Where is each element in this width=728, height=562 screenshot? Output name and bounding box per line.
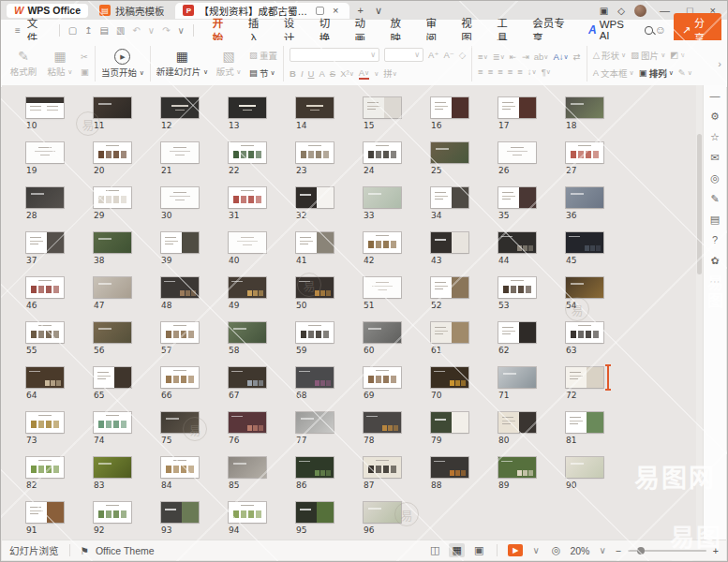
shrink-font-button[interactable]: A⁻	[443, 50, 453, 60]
fit-screen-icon[interactable]: ◎	[549, 543, 564, 557]
slide-thumbnail[interactable]	[498, 187, 536, 208]
phonetic-button[interactable]: 拼∨	[383, 67, 397, 80]
help-icon[interactable]: ?	[712, 235, 718, 245]
slide-thumbnail[interactable]	[229, 142, 266, 163]
slide-thumbnail[interactable]	[296, 322, 334, 343]
slide-thumbnail[interactable]	[364, 232, 401, 253]
layout-button[interactable]: ▧ 版式 ∨	[213, 50, 245, 78]
zoom-in-button[interactable]: +	[713, 545, 719, 556]
slide-thumbnail[interactable]	[296, 412, 334, 433]
slide-thumbnail[interactable]	[26, 457, 64, 478]
slide-thumbnail[interactable]	[161, 277, 199, 298]
slide-thumbnail[interactable]	[498, 232, 536, 253]
slide-thumbnail[interactable]	[161, 412, 199, 433]
slide-thumbnail[interactable]	[498, 277, 536, 298]
skin-theme-icon[interactable]: ✿	[710, 256, 719, 266]
convert-button[interactable]: ⇄	[573, 52, 581, 62]
slide-thumbnail[interactable]	[431, 232, 468, 253]
arrange-button[interactable]: ▣排列∨	[639, 67, 674, 80]
doc-tab-template[interactable]: ▤ 找稿壳模板	[92, 3, 172, 18]
zoom-slider-knob[interactable]	[637, 547, 645, 555]
slide-thumbnail[interactable]	[296, 232, 334, 253]
slide-thumbnail[interactable]	[161, 367, 199, 388]
font-color-button[interactable]: A∨	[359, 67, 369, 80]
bullets-button[interactable]: ≡∨	[478, 52, 488, 62]
slide-thumbnail[interactable]	[364, 187, 401, 208]
slide-thumbnail[interactable]	[26, 502, 64, 523]
paste-button[interactable]: ▦ 粘贴 ∨	[44, 50, 76, 78]
slide-thumbnail[interactable]	[229, 277, 266, 298]
bold-button[interactable]: B	[290, 68, 296, 79]
new-slide-button[interactable]: ▦ 新建幻灯片 ∨	[156, 50, 208, 78]
align-right-button[interactable]: ≡	[498, 67, 503, 77]
slide-thumbnail[interactable]	[431, 142, 468, 163]
font-name-select[interactable]: ∨	[290, 48, 379, 62]
slide-thumbnail[interactable]	[296, 187, 334, 208]
slide-thumbnail[interactable]	[296, 97, 334, 118]
slide-thumbnail[interactable]	[94, 277, 131, 298]
slide-thumbnail[interactable]	[26, 277, 64, 298]
clear-format-button[interactable]: ◇	[459, 50, 466, 60]
slide-thumbnail[interactable]	[26, 187, 64, 208]
slide-thumbnail[interactable]	[431, 97, 468, 118]
slide-thumbnail[interactable]	[296, 142, 334, 163]
text-direction-button[interactable]: A↓∨	[553, 52, 568, 62]
font-size-select[interactable]: ∨	[384, 48, 423, 62]
slide-thumbnail[interactable]	[566, 277, 603, 298]
slide-thumbnail[interactable]	[229, 187, 266, 208]
slide-thumbnail[interactable]	[26, 322, 64, 343]
slide-thumbnail[interactable]	[94, 322, 131, 343]
slide-thumbnail[interactable]	[364, 142, 401, 163]
slide-thumbnail[interactable]	[229, 502, 266, 523]
slide-thumbnail[interactable]	[566, 367, 603, 388]
split-view-icon[interactable]: ▣	[600, 6, 608, 16]
slide-thumbnail[interactable]	[566, 232, 603, 253]
undo-dropdown-icon[interactable]: ∨	[145, 25, 157, 36]
undo-icon[interactable]: ↶	[129, 25, 142, 36]
slide-thumbnail[interactable]	[161, 232, 199, 253]
slide-thumbnail[interactable]	[498, 97, 536, 118]
slide-thumbnail[interactable]	[161, 502, 199, 523]
slide-thumbnail[interactable]	[161, 457, 199, 478]
slide-thumbnail[interactable]	[364, 457, 401, 478]
slide-thumbnail[interactable]	[26, 232, 64, 253]
slide-thumbnail[interactable]	[566, 142, 603, 163]
italic-button[interactable]: I	[301, 68, 304, 79]
print-icon[interactable]: ▤	[97, 25, 111, 36]
slide-thumbnail[interactable]	[229, 412, 266, 433]
textbox-button[interactable]: A文本框∨	[593, 67, 634, 80]
slide-thumbnail[interactable]	[229, 97, 266, 118]
slide-thumbnail[interactable]	[94, 367, 131, 388]
paragraph-settings-button[interactable]: ¶∨	[542, 67, 551, 77]
slide-thumbnail[interactable]	[296, 457, 334, 478]
slide-thumbnail[interactable]	[161, 97, 199, 118]
justify-button[interactable]: ≡	[508, 67, 513, 77]
cut-button[interactable]: ✂	[81, 52, 89, 62]
scrollbar-thumb[interactable]	[697, 134, 702, 274]
slide-thumbnail[interactable]	[431, 277, 468, 298]
grow-font-button[interactable]: A⁺	[428, 50, 438, 60]
strikethrough-button[interactable]: S	[330, 68, 335, 79]
slide-thumbnail[interactable]	[26, 142, 64, 163]
normal-view-button[interactable]: ◫	[427, 543, 442, 557]
superscript-button[interactable]: X²∨	[340, 68, 354, 79]
favorites-star-icon[interactable]: ☆	[710, 132, 720, 142]
slide-thumbnail[interactable]	[94, 502, 131, 523]
play-from-current-button[interactable]: ▶ 当页开始 ∨	[101, 49, 144, 79]
slide-thumbnail[interactable]	[364, 277, 401, 298]
slide-thumbnail[interactable]	[364, 322, 401, 343]
save-icon[interactable]: ▢	[66, 25, 80, 36]
reading-view-button[interactable]: ▣	[471, 543, 486, 557]
feedback-smiley-icon[interactable]: ☺	[655, 23, 666, 37]
slide-thumbnail[interactable]	[94, 412, 131, 433]
workspace-cube-icon[interactable]: ◇	[617, 6, 625, 16]
distribute-button[interactable]: ≡	[517, 67, 523, 77]
slide-sorter-canvas[interactable]: 1011121314151617181920212223242526272829…	[2, 85, 703, 540]
slide-thumbnail[interactable]	[229, 232, 266, 253]
slide-thumbnail[interactable]	[296, 277, 334, 298]
indent-button[interactable]: ⇥	[522, 52, 529, 62]
toolbar-more-icon[interactable]: ∨	[175, 25, 187, 36]
wps-service-icon[interactable]: ◎	[710, 173, 720, 184]
highlight-button[interactable]: ∨	[374, 68, 379, 79]
settings-sliders-icon[interactable]: ⚙	[710, 111, 720, 122]
